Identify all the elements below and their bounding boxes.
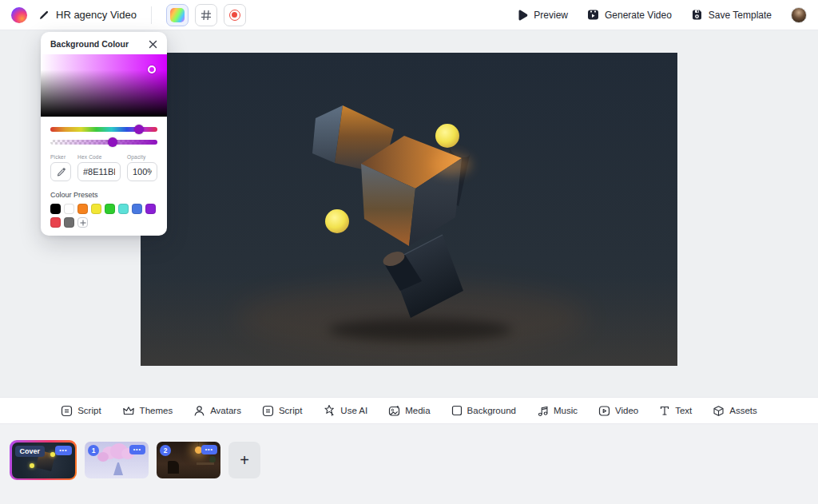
colour-gradient-icon bbox=[170, 8, 185, 22]
picker-label: Picker bbox=[50, 154, 71, 160]
bottom-toolbar: Script Themes Avatars Script Use AI Medi… bbox=[0, 397, 818, 424]
slide-menu-button[interactable]: ••• bbox=[129, 445, 145, 454]
media-icon bbox=[388, 405, 400, 417]
edit-title-icon[interactable] bbox=[38, 10, 50, 21]
panel-title: Background Colour bbox=[50, 39, 129, 49]
add-preset-button[interactable] bbox=[77, 217, 88, 228]
slide-scene-3d-cubes bbox=[141, 53, 677, 366]
grid-button[interactable] bbox=[195, 4, 217, 26]
tool-themes[interactable]: Themes bbox=[122, 405, 173, 416]
opacity-knob[interactable] bbox=[108, 137, 117, 147]
eyedropper-icon bbox=[56, 167, 66, 177]
grid-icon bbox=[201, 10, 212, 21]
themes-crown-icon bbox=[122, 405, 135, 416]
avatars-icon bbox=[193, 405, 205, 417]
generate-video-icon bbox=[587, 9, 599, 21]
slide-thumbnail-cover-selected[interactable]: Cover ••• bbox=[10, 440, 77, 480]
add-slide-button[interactable]: + bbox=[228, 442, 260, 478]
background-colour-panel: Background Colour Picker bbox=[41, 32, 167, 236]
opacity-slider[interactable] bbox=[50, 140, 157, 145]
background-colour-button[interactable] bbox=[166, 4, 189, 26]
divider bbox=[151, 6, 152, 24]
preview-button[interactable]: Preview bbox=[518, 10, 568, 21]
close-icon[interactable] bbox=[149, 40, 157, 49]
colour-presets bbox=[41, 204, 167, 228]
document-title[interactable]: HR agency Video bbox=[56, 9, 137, 21]
record-button[interactable] bbox=[224, 4, 246, 26]
tool-script-1[interactable]: Script bbox=[61, 405, 101, 417]
tool-script-2[interactable]: Script bbox=[262, 405, 302, 417]
top-bar: HR agency Video Preview Generate Video bbox=[0, 0, 818, 30]
saturation-cursor[interactable] bbox=[148, 65, 156, 73]
slide-number-badge: 2 bbox=[160, 445, 171, 456]
use-ai-star-icon bbox=[323, 404, 336, 417]
script-icon bbox=[61, 405, 73, 417]
preset-swatch[interactable] bbox=[77, 204, 88, 214]
preset-swatch[interactable] bbox=[50, 204, 61, 214]
slide-thumbnail-1[interactable]: 1 ••• bbox=[85, 442, 149, 478]
video-icon bbox=[598, 405, 610, 417]
workspace: Background Colour Picker bbox=[0, 30, 818, 397]
assets-box-icon bbox=[713, 405, 725, 417]
hex-input[interactable] bbox=[77, 162, 121, 181]
tool-use-ai[interactable]: Use AI bbox=[323, 404, 367, 417]
preset-swatch[interactable] bbox=[64, 217, 74, 228]
slide-filmstrip: Cover ••• 1 ••• 2 ••• bbox=[0, 424, 818, 504]
eyedropper-button[interactable] bbox=[50, 162, 71, 181]
record-icon bbox=[229, 10, 240, 21]
opacity-input[interactable] bbox=[127, 162, 157, 181]
hue-knob[interactable] bbox=[134, 125, 144, 134]
hex-label: Hex Code bbox=[77, 154, 121, 160]
tool-text[interactable]: Text bbox=[659, 405, 692, 416]
hue-slider[interactable] bbox=[50, 127, 157, 132]
slide-menu-button[interactable]: ••• bbox=[201, 445, 217, 454]
video-canvas[interactable] bbox=[141, 53, 677, 366]
colour-presets-label: Colour Presets bbox=[41, 181, 167, 204]
tool-avatars[interactable]: Avatars bbox=[193, 405, 241, 417]
saturation-area[interactable] bbox=[41, 54, 167, 117]
generate-video-button[interactable]: Generate Video bbox=[587, 9, 672, 21]
save-icon bbox=[691, 9, 703, 21]
play-icon bbox=[518, 10, 528, 21]
preset-swatch[interactable] bbox=[50, 217, 61, 228]
tool-background[interactable]: Background bbox=[451, 405, 516, 416]
preset-swatch[interactable] bbox=[105, 204, 115, 214]
text-icon bbox=[659, 405, 670, 416]
slide-menu-button[interactable]: ••• bbox=[55, 446, 71, 455]
preset-swatch[interactable] bbox=[145, 204, 156, 214]
preset-swatch[interactable] bbox=[91, 204, 101, 214]
save-template-label: Save Template bbox=[709, 10, 772, 21]
tool-media[interactable]: Media bbox=[388, 405, 430, 417]
generate-video-label: Generate Video bbox=[605, 10, 672, 21]
save-template-button[interactable]: Save Template bbox=[691, 9, 772, 21]
preview-label: Preview bbox=[534, 10, 568, 21]
tool-music[interactable]: Music bbox=[537, 405, 578, 417]
cover-badge: Cover bbox=[15, 446, 46, 457]
tool-assets[interactable]: Assets bbox=[713, 405, 757, 417]
script-icon bbox=[262, 405, 274, 417]
music-icon bbox=[537, 405, 549, 417]
brand-logo-icon[interactable] bbox=[11, 7, 27, 23]
preset-swatch[interactable] bbox=[64, 204, 74, 214]
preset-swatch[interactable] bbox=[118, 204, 129, 214]
slide-thumbnail-2[interactable]: 2 ••• bbox=[157, 442, 220, 478]
tool-video[interactable]: Video bbox=[598, 405, 638, 417]
background-icon bbox=[451, 405, 463, 416]
slide-number-badge: 1 bbox=[88, 445, 99, 456]
opacity-label: Opacity bbox=[127, 154, 157, 160]
preset-swatch[interactable] bbox=[132, 204, 142, 214]
user-avatar[interactable] bbox=[791, 7, 807, 23]
